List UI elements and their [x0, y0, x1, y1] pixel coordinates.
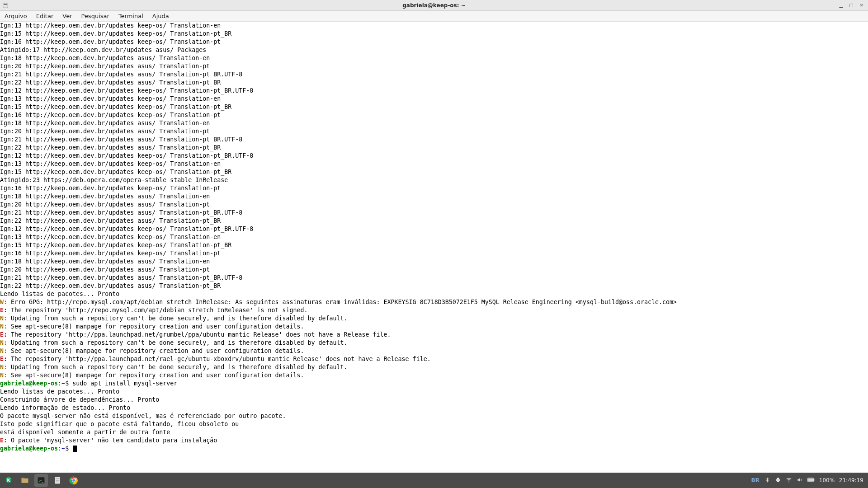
terminal-line: N: Updating from such a repository can't…: [0, 339, 868, 347]
terminal-line: Ign:16 http://keep.oem.dev.br/updates ke…: [0, 184, 868, 192]
menu-arquivo[interactable]: Arquivo: [0, 11, 32, 21]
terminal-line: Lendo listas de pacotes... Pronto: [0, 388, 868, 396]
menubar: Arquivo Editar Ver Pesquisar Terminal Aj…: [0, 11, 868, 22]
start-menu-icon[interactable]: K: [2, 474, 15, 487]
terminal-line: Ign:22 http://keep.oem.dev.br/updates as…: [0, 79, 868, 87]
chrome-icon[interactable]: [67, 474, 80, 487]
terminal-line: Ign:13 http://keep.oem.dev.br/updates ke…: [0, 95, 868, 103]
menu-ajuda[interactable]: Ajuda: [148, 11, 174, 21]
terminal-line: Ign:20 http://keep.oem.dev.br/updates as…: [0, 266, 868, 274]
terminal-line: N: See apt-secure(8) manpage for reposit…: [0, 371, 868, 380]
terminal-line: Ign:20 http://keep.oem.dev.br/updates as…: [0, 127, 868, 136]
terminal-line: Construindo árvore de dependências... Pr…: [0, 396, 868, 404]
svg-rect-20: [808, 479, 813, 481]
terminal-line: Ign:13 http://keep.oem.dev.br/updates ke…: [0, 160, 868, 168]
terminal-line: Ign:15 http://keep.oem.dev.br/updates ke…: [0, 103, 868, 111]
menu-terminal[interactable]: Terminal: [114, 11, 148, 21]
terminal-line: Ign:22 http://keep.oem.dev.br/updates as…: [0, 144, 868, 152]
terminal-line: O pacote mysql-server não está disponíve…: [0, 412, 868, 420]
terminal-line: E: The repository 'http://ppa.launchpad.…: [0, 331, 868, 339]
terminal-line: N: Updating from such a repository can't…: [0, 314, 868, 323]
terminal-line: Ign:16 http://keep.oem.dev.br/updates ke…: [0, 249, 868, 258]
menu-editar[interactable]: Editar: [32, 11, 58, 21]
terminal-line: Ign:20 http://keep.oem.dev.br/updates as…: [0, 62, 868, 70]
terminal-line: Ign:15 http://keep.oem.dev.br/updates ke…: [0, 30, 868, 38]
file-manager-icon[interactable]: [18, 474, 32, 487]
bluetooth-icon[interactable]: [764, 477, 770, 484]
close-button[interactable]: ✕: [860, 3, 863, 8]
terminal-output[interactable]: Ign:13 http://keep.oem.dev.br/updates ke…: [0, 22, 868, 473]
maximize-button[interactable]: ▢: [849, 3, 853, 8]
clock[interactable]: 21:49:19: [839, 477, 863, 483]
terminal-line: N: See apt-secure(8) manpage for reposit…: [0, 323, 868, 331]
terminal-line: Ign:13 http://keep.oem.dev.br/updates ke…: [0, 22, 868, 30]
terminal-line: Ign:18 http://keep.oem.dev.br/updates as…: [0, 192, 868, 201]
window-titlebar: gabriela@keep-os: ~ ▁ ▢ ✕: [0, 0, 868, 11]
svg-rect-15: [777, 478, 779, 479]
terminal-line: Ign:18 http://keep.oem.dev.br/updates as…: [0, 258, 868, 266]
terminal-line: Lendo informação de estado... Pronto: [0, 404, 868, 412]
terminal-line: Ign:12 http://keep.oem.dev.br/updates ke…: [0, 225, 868, 233]
terminal-line: Ign:12 http://keep.oem.dev.br/updates ke…: [0, 152, 868, 160]
terminal-line: Ign:13 http://keep.oem.dev.br/updates ke…: [0, 233, 868, 241]
terminal-line: Atingido:17 http://keep.oem.dev.br/updat…: [0, 46, 868, 54]
cursor: [73, 446, 77, 452]
terminal-line: Atingido:23 https://deb.opera.com/opera-…: [0, 176, 868, 184]
terminal-line: Ign:16 http://keep.oem.dev.br/updates ke…: [0, 111, 868, 119]
terminal-line: Lendo listas de pacotes... Pronto: [0, 290, 868, 298]
terminal-line: Ign:18 http://keep.oem.dev.br/updates as…: [0, 119, 868, 127]
svg-text:K: K: [7, 478, 10, 483]
terminal-line: está disponível somente a partir de outr…: [0, 428, 868, 436]
terminal-line: gabriela@keep-os:~$: [0, 445, 868, 453]
volume-icon[interactable]: [797, 477, 803, 484]
language-indicator[interactable]: BR: [751, 477, 759, 483]
svg-rect-4: [22, 478, 25, 479]
terminal-line: W: Erro GPG: http://repo.mysql.com/apt/d…: [0, 298, 868, 306]
terminal-line: Ign:21 http://keep.oem.dev.br/updates as…: [0, 136, 868, 144]
svg-text:>_: >_: [39, 479, 43, 483]
terminal-line: Ign:15 http://keep.oem.dev.br/updates ke…: [0, 241, 868, 249]
terminal-task-icon[interactable]: >_: [34, 474, 48, 487]
terminal-line: Ign:22 http://keep.oem.dev.br/updates as…: [0, 282, 868, 290]
text-editor-icon[interactable]: [51, 474, 64, 487]
terminal-line: Isto pode significar que o pacote está f…: [0, 420, 868, 428]
terminal-line: Ign:15 http://keep.oem.dev.br/updates ke…: [0, 168, 868, 176]
battery-icon[interactable]: [807, 477, 815, 484]
battery-percent: 100%: [819, 477, 835, 483]
menu-ver[interactable]: Ver: [58, 11, 76, 21]
terminal-line: Ign:21 http://keep.oem.dev.br/updates as…: [0, 274, 868, 282]
terminal-line: N: Updating from such a repository can't…: [0, 363, 868, 371]
svg-rect-19: [814, 479, 814, 481]
svg-point-17: [788, 481, 789, 482]
terminal-line: E: O pacote 'mysql-server' não tem candi…: [0, 436, 868, 445]
svg-rect-1: [4, 4, 7, 5]
terminal-line: E: The repository 'http://ppa.launchpad.…: [0, 355, 868, 363]
window-title: gabriela@keep-os: ~: [0, 2, 868, 9]
taskbar: K >_ BR 100% 21:49:19: [0, 473, 868, 488]
menu-pesquisar[interactable]: Pesquisar: [77, 11, 114, 21]
terminal-line: Ign:18 http://keep.oem.dev.br/updates as…: [0, 54, 868, 62]
printer-icon[interactable]: [775, 477, 781, 484]
terminal-line: gabriela@keep-os:~$ sudo apt install mys…: [0, 380, 868, 388]
terminal-line: Ign:12 http://keep.oem.dev.br/updates ke…: [0, 87, 868, 95]
terminal-line: Ign:22 http://keep.oem.dev.br/updates as…: [0, 217, 868, 225]
minimize-button[interactable]: ▁: [839, 3, 843, 8]
wifi-icon[interactable]: [786, 477, 792, 484]
terminal-line: Ign:16 http://keep.oem.dev.br/updates ke…: [0, 38, 868, 46]
svg-rect-16: [777, 480, 779, 482]
terminal-line: Ign:21 http://keep.oem.dev.br/updates as…: [0, 209, 868, 217]
terminal-line: Ign:21 http://keep.oem.dev.br/updates as…: [0, 70, 868, 79]
app-icon: [0, 3, 11, 8]
terminal-line: Ign:20 http://keep.oem.dev.br/updates as…: [0, 201, 868, 209]
terminal-line: N: See apt-secure(8) manpage for reposit…: [0, 347, 868, 355]
terminal-line: E: The repository 'http://repo.mysql.com…: [0, 306, 868, 314]
